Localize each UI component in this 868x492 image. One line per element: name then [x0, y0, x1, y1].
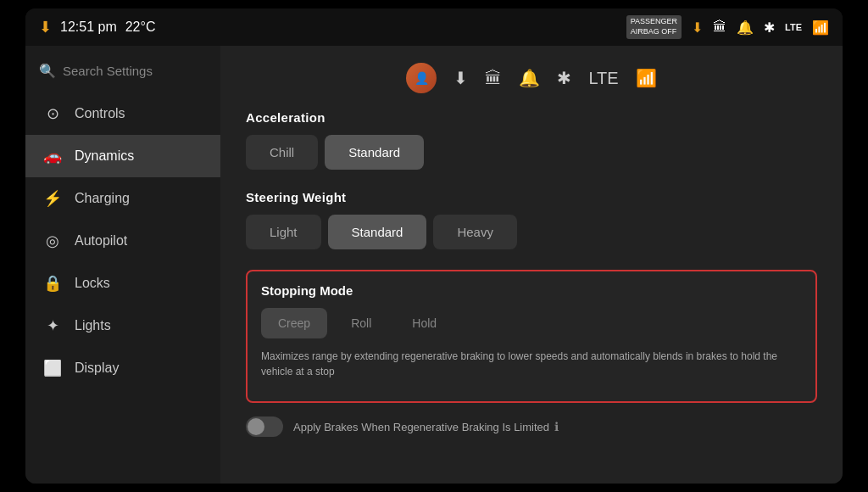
- header-download-icon: ⬇: [453, 68, 468, 88]
- header-lte-icon: LTE: [588, 69, 618, 88]
- dynamics-label: Dynamics: [75, 148, 134, 164]
- bluetooth-icon: ✱: [764, 20, 775, 36]
- stopping-mode-description: Maximizes range by extending regenerativ…: [261, 349, 802, 379]
- toggle-knob: [248, 418, 264, 435]
- sidebar-item-lights[interactable]: ✦ Lights: [25, 305, 220, 347]
- stopping-roll-button[interactable]: Roll: [334, 308, 388, 338]
- download-status-icon: ⬇: [692, 20, 703, 36]
- content-panel: 👤 ⬇ 🏛 🔔 ✱ LTE 📶 Acceleration Chill Stand…: [220, 46, 843, 484]
- controls-label: Controls: [75, 106, 125, 121]
- header-bell-icon: 🔔: [519, 68, 540, 88]
- stopping-mode-buttons: Creep Roll Hold: [261, 308, 802, 338]
- sidebar-item-controls[interactable]: ⊙ Controls: [25, 92, 220, 135]
- charging-label: Charging: [75, 191, 130, 206]
- display-icon: ⬜: [42, 359, 63, 377]
- sidebar-item-autopilot[interactable]: ◎ Autopilot: [25, 220, 220, 262]
- acceleration-buttons: Chill Standard: [246, 135, 817, 170]
- controls-icon: ⊙: [42, 104, 63, 123]
- main-screen: ⬇ 12:51 pm 22°C PASSENGERAIRBAG OFF ⬇ 🏛 …: [25, 8, 843, 484]
- acceleration-title: Acceleration: [246, 110, 817, 125]
- autopilot-icon: ◎: [42, 232, 63, 250]
- steering-light-button[interactable]: Light: [246, 215, 321, 249]
- download-icon: ⬇: [39, 18, 52, 36]
- search-placeholder: Search Settings: [63, 64, 153, 78]
- acceleration-standard-button[interactable]: Standard: [325, 135, 424, 170]
- display-label: Display: [75, 361, 119, 376]
- status-bar-right: PASSENGERAIRBAG OFF ⬇ 🏛 🔔 ✱ LTE 📶: [626, 15, 829, 38]
- stopping-mode-title: Stopping Mode: [261, 283, 802, 298]
- header-signal-icon: 📶: [636, 68, 657, 88]
- temperature-display: 22°C: [125, 20, 156, 35]
- bell-icon: 🔔: [737, 20, 754, 36]
- search-icon: 🔍: [39, 63, 56, 79]
- lights-icon: ✦: [42, 316, 63, 335]
- steering-standard-button[interactable]: Standard: [328, 215, 427, 249]
- header-building-icon: 🏛: [485, 69, 502, 88]
- status-bar-left: ⬇ 12:51 pm 22°C: [39, 18, 155, 36]
- info-icon[interactable]: ℹ: [554, 420, 559, 433]
- sidebar-item-locks[interactable]: 🔒 Locks: [25, 262, 220, 305]
- main-content: 🔍 Search Settings ⊙ Controls 🚗 Dynamics …: [25, 46, 843, 484]
- steering-weight-title: Steering Weight: [246, 190, 817, 204]
- building-icon: 🏛: [713, 20, 726, 35]
- signal-icon: 📶: [812, 20, 829, 36]
- brake-toggle[interactable]: [246, 417, 283, 437]
- locks-label: Locks: [75, 276, 110, 291]
- lights-label: Lights: [75, 318, 111, 333]
- stopping-hold-button[interactable]: Hold: [395, 308, 453, 338]
- status-bar: ⬇ 12:51 pm 22°C PASSENGERAIRBAG OFF ⬇ 🏛 …: [25, 8, 843, 46]
- sidebar: 🔍 Search Settings ⊙ Controls 🚗 Dynamics …: [25, 46, 220, 484]
- sidebar-item-charging[interactable]: ⚡ Charging: [25, 177, 220, 220]
- passenger-badge: PASSENGERAIRBAG OFF: [626, 15, 682, 38]
- charging-icon: ⚡: [42, 189, 63, 208]
- header-bluetooth-icon: ✱: [557, 68, 571, 88]
- dynamics-icon: 🚗: [42, 147, 63, 165]
- sidebar-item-display[interactable]: ⬜ Display: [25, 347, 220, 389]
- lte-badge: LTE: [785, 22, 802, 32]
- steering-buttons: Light Standard Heavy: [246, 215, 817, 249]
- acceleration-chill-button[interactable]: Chill: [246, 135, 318, 170]
- header-icons: 👤 ⬇ 🏛 🔔 ✱ LTE 📶: [246, 63, 817, 93]
- stopping-mode-container: Stopping Mode Creep Roll Hold Maximizes …: [246, 270, 817, 403]
- search-bar[interactable]: 🔍 Search Settings: [25, 56, 220, 92]
- brake-toggle-label: Apply Brakes When Regenerative Braking I…: [293, 420, 559, 433]
- autopilot-label: Autopilot: [75, 233, 127, 249]
- time-display: 12:51 pm: [60, 20, 117, 35]
- brake-toggle-row: Apply Brakes When Regenerative Braking I…: [246, 417, 817, 437]
- locks-icon: 🔒: [42, 274, 63, 293]
- steering-heavy-button[interactable]: Heavy: [433, 215, 517, 249]
- stopping-creep-button[interactable]: Creep: [261, 308, 327, 338]
- sidebar-item-dynamics[interactable]: 🚗 Dynamics: [25, 135, 220, 177]
- profile-avatar[interactable]: 👤: [406, 63, 437, 93]
